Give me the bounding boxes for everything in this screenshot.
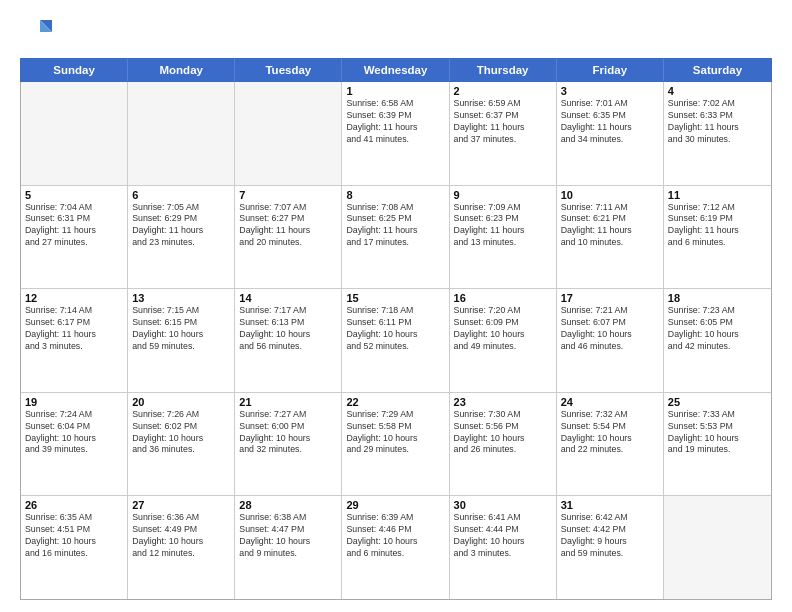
cell-info: Sunrise: 7:05 AM Sunset: 6:29 PM Dayligh… — [132, 202, 230, 250]
calendar-cell: 13Sunrise: 7:15 AM Sunset: 6:15 PM Dayli… — [128, 289, 235, 392]
calendar-cell: 30Sunrise: 6:41 AM Sunset: 4:44 PM Dayli… — [450, 496, 557, 599]
day-number: 9 — [454, 189, 552, 201]
day-number: 22 — [346, 396, 444, 408]
cell-info: Sunrise: 6:42 AM Sunset: 4:42 PM Dayligh… — [561, 512, 659, 560]
calendar-cell: 31Sunrise: 6:42 AM Sunset: 4:42 PM Dayli… — [557, 496, 664, 599]
day-number: 3 — [561, 85, 659, 97]
day-number: 7 — [239, 189, 337, 201]
cell-info: Sunrise: 7:07 AM Sunset: 6:27 PM Dayligh… — [239, 202, 337, 250]
calendar-cell: 22Sunrise: 7:29 AM Sunset: 5:58 PM Dayli… — [342, 393, 449, 496]
calendar-cell — [21, 82, 128, 185]
calendar-cell: 2Sunrise: 6:59 AM Sunset: 6:37 PM Daylig… — [450, 82, 557, 185]
logo — [20, 16, 56, 48]
cell-info: Sunrise: 7:02 AM Sunset: 6:33 PM Dayligh… — [668, 98, 767, 146]
calendar-cell: 23Sunrise: 7:30 AM Sunset: 5:56 PM Dayli… — [450, 393, 557, 496]
day-number: 2 — [454, 85, 552, 97]
cell-info: Sunrise: 6:36 AM Sunset: 4:49 PM Dayligh… — [132, 512, 230, 560]
calendar-cell: 11Sunrise: 7:12 AM Sunset: 6:19 PM Dayli… — [664, 186, 771, 289]
calendar-row: 12Sunrise: 7:14 AM Sunset: 6:17 PM Dayli… — [21, 289, 771, 393]
calendar-cell: 5Sunrise: 7:04 AM Sunset: 6:31 PM Daylig… — [21, 186, 128, 289]
day-number: 12 — [25, 292, 123, 304]
calendar-cell: 7Sunrise: 7:07 AM Sunset: 6:27 PM Daylig… — [235, 186, 342, 289]
cell-info: Sunrise: 7:01 AM Sunset: 6:35 PM Dayligh… — [561, 98, 659, 146]
calendar-cell: 8Sunrise: 7:08 AM Sunset: 6:25 PM Daylig… — [342, 186, 449, 289]
calendar-cell — [235, 82, 342, 185]
calendar-cell: 14Sunrise: 7:17 AM Sunset: 6:13 PM Dayli… — [235, 289, 342, 392]
day-number: 26 — [25, 499, 123, 511]
cell-info: Sunrise: 6:38 AM Sunset: 4:47 PM Dayligh… — [239, 512, 337, 560]
cell-info: Sunrise: 6:39 AM Sunset: 4:46 PM Dayligh… — [346, 512, 444, 560]
cell-info: Sunrise: 7:18 AM Sunset: 6:11 PM Dayligh… — [346, 305, 444, 353]
day-number: 4 — [668, 85, 767, 97]
cell-info: Sunrise: 7:23 AM Sunset: 6:05 PM Dayligh… — [668, 305, 767, 353]
calendar-cell: 24Sunrise: 7:32 AM Sunset: 5:54 PM Dayli… — [557, 393, 664, 496]
cell-info: Sunrise: 7:11 AM Sunset: 6:21 PM Dayligh… — [561, 202, 659, 250]
day-number: 28 — [239, 499, 337, 511]
day-number: 30 — [454, 499, 552, 511]
calendar-cell: 19Sunrise: 7:24 AM Sunset: 6:04 PM Dayli… — [21, 393, 128, 496]
calendar-header-wrapper: SundayMondayTuesdayWednesdayThursdayFrid… — [20, 58, 772, 82]
calendar-body: 1Sunrise: 6:58 AM Sunset: 6:39 PM Daylig… — [20, 82, 772, 600]
weekday-header: Tuesday — [235, 59, 342, 81]
weekday-header: Saturday — [664, 59, 771, 81]
day-number: 18 — [668, 292, 767, 304]
weekday-header: Sunday — [21, 59, 128, 81]
day-number: 15 — [346, 292, 444, 304]
cell-info: Sunrise: 7:27 AM Sunset: 6:00 PM Dayligh… — [239, 409, 337, 457]
cell-info: Sunrise: 7:24 AM Sunset: 6:04 PM Dayligh… — [25, 409, 123, 457]
day-number: 20 — [132, 396, 230, 408]
logo-icon — [20, 16, 52, 48]
cell-info: Sunrise: 6:59 AM Sunset: 6:37 PM Dayligh… — [454, 98, 552, 146]
calendar-cell: 15Sunrise: 7:18 AM Sunset: 6:11 PM Dayli… — [342, 289, 449, 392]
calendar-cell — [664, 496, 771, 599]
cell-info: Sunrise: 7:20 AM Sunset: 6:09 PM Dayligh… — [454, 305, 552, 353]
calendar-row: 26Sunrise: 6:35 AM Sunset: 4:51 PM Dayli… — [21, 496, 771, 599]
calendar-cell: 25Sunrise: 7:33 AM Sunset: 5:53 PM Dayli… — [664, 393, 771, 496]
day-number: 29 — [346, 499, 444, 511]
cell-info: Sunrise: 6:41 AM Sunset: 4:44 PM Dayligh… — [454, 512, 552, 560]
cell-info: Sunrise: 7:04 AM Sunset: 6:31 PM Dayligh… — [25, 202, 123, 250]
calendar-cell: 9Sunrise: 7:09 AM Sunset: 6:23 PM Daylig… — [450, 186, 557, 289]
weekday-header: Wednesday — [342, 59, 449, 81]
calendar-cell: 12Sunrise: 7:14 AM Sunset: 6:17 PM Dayli… — [21, 289, 128, 392]
calendar-cell: 10Sunrise: 7:11 AM Sunset: 6:21 PM Dayli… — [557, 186, 664, 289]
weekday-header: Friday — [557, 59, 664, 81]
page: SundayMondayTuesdayWednesdayThursdayFrid… — [0, 0, 792, 612]
cell-info: Sunrise: 7:09 AM Sunset: 6:23 PM Dayligh… — [454, 202, 552, 250]
day-number: 27 — [132, 499, 230, 511]
cell-info: Sunrise: 7:33 AM Sunset: 5:53 PM Dayligh… — [668, 409, 767, 457]
calendar-row: 19Sunrise: 7:24 AM Sunset: 6:04 PM Dayli… — [21, 393, 771, 497]
cell-info: Sunrise: 7:12 AM Sunset: 6:19 PM Dayligh… — [668, 202, 767, 250]
day-number: 11 — [668, 189, 767, 201]
day-number: 19 — [25, 396, 123, 408]
cell-info: Sunrise: 7:15 AM Sunset: 6:15 PM Dayligh… — [132, 305, 230, 353]
calendar-cell: 4Sunrise: 7:02 AM Sunset: 6:33 PM Daylig… — [664, 82, 771, 185]
calendar-cell: 3Sunrise: 7:01 AM Sunset: 6:35 PM Daylig… — [557, 82, 664, 185]
cell-info: Sunrise: 7:29 AM Sunset: 5:58 PM Dayligh… — [346, 409, 444, 457]
calendar-row: 5Sunrise: 7:04 AM Sunset: 6:31 PM Daylig… — [21, 186, 771, 290]
calendar-cell: 18Sunrise: 7:23 AM Sunset: 6:05 PM Dayli… — [664, 289, 771, 392]
weekday-header: Monday — [128, 59, 235, 81]
cell-info: Sunrise: 7:32 AM Sunset: 5:54 PM Dayligh… — [561, 409, 659, 457]
day-number: 1 — [346, 85, 444, 97]
day-number: 24 — [561, 396, 659, 408]
day-number: 23 — [454, 396, 552, 408]
cell-info: Sunrise: 6:35 AM Sunset: 4:51 PM Dayligh… — [25, 512, 123, 560]
calendar-cell: 27Sunrise: 6:36 AM Sunset: 4:49 PM Dayli… — [128, 496, 235, 599]
calendar-cell: 6Sunrise: 7:05 AM Sunset: 6:29 PM Daylig… — [128, 186, 235, 289]
day-number: 8 — [346, 189, 444, 201]
day-number: 5 — [25, 189, 123, 201]
header — [20, 16, 772, 48]
calendar-cell: 20Sunrise: 7:26 AM Sunset: 6:02 PM Dayli… — [128, 393, 235, 496]
cell-info: Sunrise: 7:14 AM Sunset: 6:17 PM Dayligh… — [25, 305, 123, 353]
calendar-row: 1Sunrise: 6:58 AM Sunset: 6:39 PM Daylig… — [21, 82, 771, 186]
calendar-cell: 26Sunrise: 6:35 AM Sunset: 4:51 PM Dayli… — [21, 496, 128, 599]
cell-info: Sunrise: 7:21 AM Sunset: 6:07 PM Dayligh… — [561, 305, 659, 353]
calendar-cell: 17Sunrise: 7:21 AM Sunset: 6:07 PM Dayli… — [557, 289, 664, 392]
calendar-cell: 1Sunrise: 6:58 AM Sunset: 6:39 PM Daylig… — [342, 82, 449, 185]
calendar-header: SundayMondayTuesdayWednesdayThursdayFrid… — [21, 59, 771, 81]
day-number: 6 — [132, 189, 230, 201]
day-number: 25 — [668, 396, 767, 408]
calendar-cell — [128, 82, 235, 185]
day-number: 10 — [561, 189, 659, 201]
